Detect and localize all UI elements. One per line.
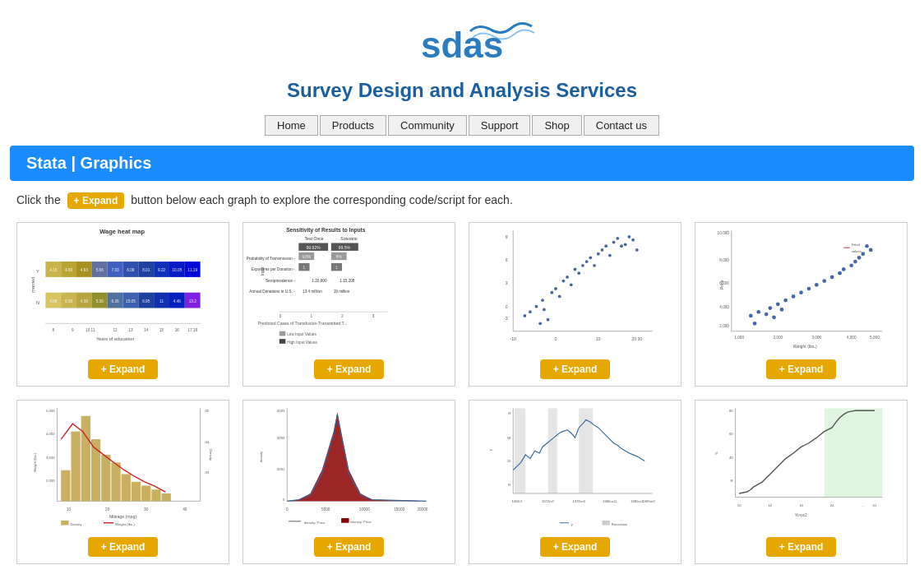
svg-text:4.08: 4.08 [49, 299, 58, 303]
svg-rect-221 [548, 408, 557, 493]
svg-text:y: y [488, 448, 492, 451]
svg-point-126 [628, 235, 631, 239]
svg-rect-193 [132, 482, 141, 502]
nav-contact[interactable]: Contact us [584, 115, 659, 136]
svg-text:sdas: sdas [421, 25, 503, 65]
svg-point-103 [535, 305, 538, 308]
svg-text:10000: 10000 [359, 507, 370, 512]
svg-point-124 [620, 244, 623, 248]
svg-text:14: 14 [144, 328, 149, 332]
svg-point-125 [624, 243, 627, 246]
svg-point-167 [753, 322, 757, 326]
svg-text:3,000: 3,000 [811, 336, 821, 340]
svg-point-107 [554, 287, 557, 290]
svg-text:30: 30 [144, 507, 149, 512]
svg-point-148 [769, 306, 773, 310]
svg-text:Test Once: Test Once [305, 236, 324, 241]
svg-point-153 [807, 287, 811, 291]
svg-text:Probability of Transmission -: Probability of Transmission - [247, 257, 295, 261]
svg-point-106 [550, 291, 553, 294]
svg-text:9: 9 [506, 234, 508, 239]
expand-button-7[interactable]: + Expand [540, 537, 611, 557]
svg-text:4,000: 4,000 [847, 336, 857, 340]
svg-text:.05: .05 [204, 409, 210, 413]
svg-rect-194 [141, 486, 150, 502]
svg-text:9.22: 9.22 [158, 268, 166, 272]
svg-text:%>pc2: %>pc2 [795, 513, 807, 517]
nav-support[interactable]: Support [469, 115, 531, 136]
expand-button-8[interactable]: + Expand [766, 537, 837, 557]
nav-home[interactable]: Home [265, 115, 318, 136]
svg-text:0: 0 [283, 498, 285, 502]
svg-rect-222 [579, 408, 593, 493]
svg-text:Low Input Values: Low Input Values [287, 332, 316, 336]
svg-text:R: R [508, 411, 511, 415]
page-title-bar: Stata | Graphics [10, 146, 914, 181]
expand-button-2[interactable]: + Expand [314, 359, 385, 379]
svg-text:1: 1 [310, 314, 312, 318]
svg-rect-220 [515, 408, 525, 493]
svg-point-122 [612, 241, 616, 244]
expand-button-3[interactable]: + Expand [540, 359, 611, 379]
svg-point-120 [604, 244, 608, 248]
svg-text:8: 8 [52, 328, 54, 332]
svg-text:9: 9 [72, 328, 74, 332]
svg-point-108 [558, 295, 561, 299]
graph-image-8: 80 60 40 R 10 12 18 24 ... 41 % %>pc2 [695, 401, 907, 532]
expand-button-4[interactable]: + Expand [766, 359, 837, 379]
expand-button-1[interactable]: + Expand [88, 359, 159, 379]
svg-point-111 [570, 283, 573, 286]
svg-text:13.4 million: 13.4 million [303, 290, 322, 294]
svg-point-164 [869, 248, 873, 252]
nav-community[interactable]: Community [388, 115, 467, 136]
svg-point-115 [585, 260, 589, 263]
svg-point-151 [792, 294, 796, 299]
svg-text:40: 40 [729, 456, 733, 460]
svg-text:.0002: .0002 [276, 436, 285, 440]
svg-text:6.26: 6.26 [112, 299, 120, 303]
graph-card-7: R 18 10 R 1969.5 1972m7 1976m9 1980m11 1… [469, 400, 681, 564]
svg-text:15: 15 [159, 328, 164, 332]
svg-text:y: y [571, 522, 574, 526]
svg-text:density: Price: density: Price [350, 520, 372, 524]
svg-text:20 30: 20 30 [631, 336, 642, 341]
svg-point-128 [635, 248, 639, 252]
svg-text:6: 6 [506, 257, 508, 262]
svg-text:1980m11: 1980m11 [603, 499, 617, 503]
expand-button-5[interactable]: + Expand [88, 537, 159, 557]
svg-text:9.8%: 9.8% [302, 255, 311, 259]
svg-point-114 [581, 264, 584, 267]
graph-card-6: .0003 .0002 .0001 0 0 5000 10000 15000 2… [243, 400, 455, 564]
graph-card-2: Sensitivity of Results to Inputs Test On… [243, 222, 455, 387]
svg-text:15000: 15000 [394, 507, 404, 512]
svg-text:5.66: 5.66 [96, 268, 104, 272]
svg-text:8,000: 8,000 [719, 258, 729, 262]
svg-rect-186 [61, 470, 70, 502]
svg-point-123 [616, 237, 619, 240]
nav-products[interactable]: Products [320, 115, 386, 136]
svg-rect-196 [162, 493, 171, 501]
svg-text:99.5%: 99.5% [339, 245, 351, 250]
svg-point-156 [830, 276, 834, 280]
svg-text:5.36: 5.36 [96, 299, 104, 303]
svg-text:10: 10 [596, 336, 601, 341]
svg-text:17 18: 17 18 [187, 328, 197, 332]
svg-text:density: Price: density: Price [304, 521, 326, 525]
svg-text:10,000: 10,000 [718, 231, 730, 235]
svg-text:0: 0 [506, 304, 508, 309]
svg-text:Predicted Cases of Transfusion: Predicted Cases of Transfusion-Transmitt… [258, 321, 348, 326]
svg-rect-192 [122, 474, 131, 501]
graph-image-1: Wage heat map married Y N 4.16 4.66 4.93… [17, 223, 229, 354]
svg-point-155 [822, 279, 826, 283]
svg-point-157 [838, 271, 842, 276]
svg-text:values: values [852, 249, 862, 253]
svg-text:60: 60 [729, 432, 733, 436]
svg-text:10: 10 [67, 507, 72, 512]
svg-rect-236 [602, 521, 609, 526]
svg-text:2: 2 [341, 314, 344, 318]
expand-button-6[interactable]: + Expand [314, 537, 385, 557]
nav-shop[interactable]: Shop [532, 115, 581, 136]
svg-text:3: 3 [372, 314, 375, 318]
svg-point-129 [547, 318, 550, 322]
svg-text:Years of education: Years of education [96, 336, 134, 341]
